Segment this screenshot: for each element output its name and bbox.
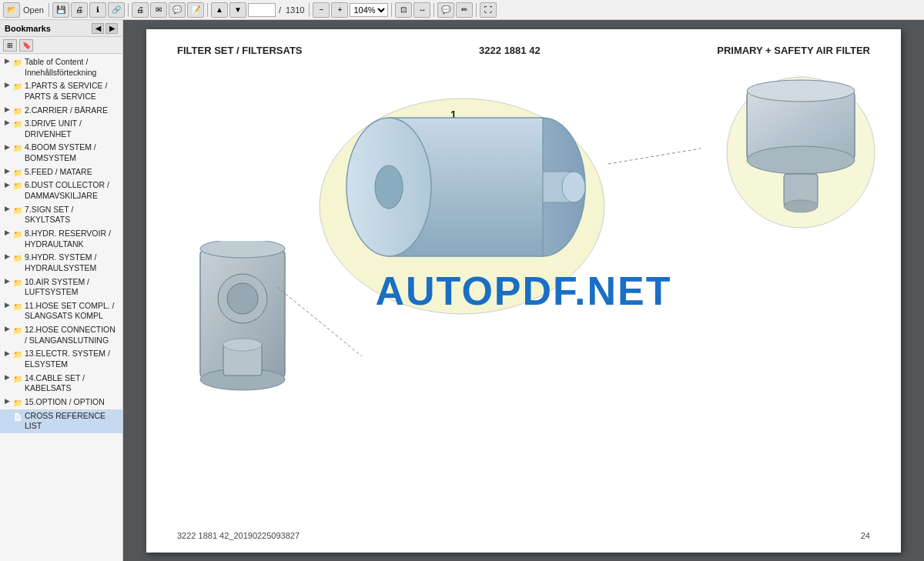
sidebar-item-label-8: 8.HYDR. RESERVOIR / HYDRAULTANK — [25, 229, 119, 249]
tree-icon-5: 📁 — [13, 168, 22, 177]
sidebar-header: Bookmarks ◀ ▶ — [0, 20, 122, 37]
tree-icon-11: 📁 — [13, 302, 22, 311]
sidebar-item-label-14: 14.CABLE SET / KABELSATS — [25, 373, 119, 394]
tree-expander-toc[interactable]: ▶ — [3, 58, 11, 65]
fullscreen-button[interactable]: ⛶ — [480, 2, 497, 18]
svg-point-6 — [562, 172, 585, 202]
svg-point-19 — [784, 200, 818, 212]
zoom-out-button[interactable]: − — [313, 2, 330, 18]
page-number-input[interactable]: 24 — [248, 3, 276, 17]
page-title-center: 3222 1881 42 — [479, 45, 541, 56]
tree-expander-13[interactable]: ▶ — [3, 349, 11, 357]
sidebar-item-5[interactable]: ▶📁5.FEED / MATARE — [0, 165, 122, 179]
sidebar-content: ▶📁Table of Content / Innehållsförtecknin… — [0, 54, 122, 561]
sidebar-item-11[interactable]: ▶📁11.HOSE SET COMPL. / SLANGSATS KOMPL — [0, 299, 122, 323]
sidebar-item-13[interactable]: ▶📁13.ELECTR. SYSTEM / ELSYSTEM — [0, 347, 122, 371]
tree-expander-2[interactable]: ▶ — [3, 106, 11, 114]
sidebar-item-15[interactable]: ▶📁15.OPTION / OPTION — [0, 396, 122, 409]
tree-expander-11[interactable]: ▶ — [3, 302, 11, 309]
sidebar-item-label-1: 1.PARTS & SERVICE / PARTS & SERVICE — [25, 81, 119, 102]
tree-expander-4[interactable]: ▶ — [3, 143, 11, 151]
tree-icon-7: 📁 — [13, 205, 22, 215]
bookmark-options-button[interactable]: 🔖 — [19, 39, 33, 52]
expand-sidebar-button[interactable]: ▶ — [105, 23, 118, 34]
save-button[interactable]: 💾 — [52, 2, 69, 18]
tree-expander-12[interactable]: ▶ — [3, 326, 11, 333]
secondary-filter-svg — [169, 241, 323, 410]
markup-button[interactable]: ✏ — [456, 2, 473, 18]
mail-button[interactable]: ✉ — [150, 2, 167, 18]
highlight-button[interactable]: 💬 — [169, 2, 186, 18]
zoom-select[interactable]: 50%75%100%104%125%150% — [350, 3, 388, 17]
tree-icon-6: 📁 — [13, 181, 22, 190]
tree-expander-7[interactable]: ▶ — [3, 205, 11, 213]
main-area: Bookmarks ◀ ▶ ⊞ 🔖 ▶📁Table of Content / I… — [0, 20, 924, 561]
next-page-button[interactable]: ▼ — [229, 2, 246, 18]
tree-expander-9[interactable]: ▶ — [3, 253, 11, 261]
tree-expander-crl[interactable] — [3, 412, 11, 419]
pdf-page: FILTER SET / FILTERSATS 3222 1881 42 PRI… — [146, 29, 901, 553]
tree-icon-3: 📁 — [13, 119, 22, 129]
svg-point-16 — [747, 80, 855, 102]
sidebar-item-label-2: 2.CARRIER / BÄRARE — [25, 105, 119, 116]
sidebar-item-label-crl: CROSS REFERENCE LIST — [25, 411, 119, 432]
share-button[interactable]: 🔗 — [108, 2, 125, 18]
tree-expander-8[interactable]: ▶ — [3, 229, 11, 237]
svg-point-13 — [223, 339, 262, 351]
separator-5 — [391, 3, 392, 17]
tree-icon-1: 📁 — [13, 82, 22, 91]
tree-expander-3[interactable]: ▶ — [3, 119, 11, 127]
separator-6 — [434, 3, 434, 17]
safety-filter-svg — [724, 75, 878, 237]
footer-page-number: 24 — [861, 531, 870, 540]
sidebar-item-12[interactable]: ▶📁12.HOSE CONNECTION / SLANGANSLUTNING — [0, 323, 122, 347]
primary-filter-svg — [327, 110, 597, 295]
bookmarks-label: Bookmarks — [5, 24, 51, 33]
separator-3 — [207, 3, 208, 17]
main-oval-highlight: 1 — [316, 95, 608, 318]
sidebar-item-9[interactable]: ▶📁9.HYDR. SYSTEM / HYDRAULSYSTEM — [0, 251, 122, 275]
tree-expander-5[interactable]: ▶ — [3, 168, 11, 175]
sidebar-item-8[interactable]: ▶📁8.HYDR. RESERVOIR / HYDRAULTANK — [0, 227, 122, 251]
fit-page-button[interactable]: ⊡ — [395, 2, 412, 18]
sidebar-item-10[interactable]: ▶📁10.AIR SYSTEM / LUFTSYSTEM — [0, 275, 122, 299]
tree-expander-1[interactable]: ▶ — [3, 82, 11, 89]
sidebar-item-7[interactable]: ▶📁7.SIGN SET / SKYLTSATS — [0, 203, 122, 227]
diagram-area: 1 — [162, 72, 886, 514]
sidebar-item-label-5: 5.FEED / MATARE — [25, 167, 119, 178]
tree-expander-14[interactable]: ▶ — [3, 374, 11, 382]
sidebar-item-crl[interactable]: 📄CROSS REFERENCE LIST — [0, 409, 122, 433]
collapse-sidebar-button[interactable]: ◀ — [92, 23, 104, 34]
expand-all-button[interactable]: ⊞ — [3, 39, 17, 52]
comment-button[interactable]: 💬 — [437, 2, 454, 18]
tree-expander-10[interactable]: ▶ — [3, 278, 11, 286]
tree-expander-6[interactable]: ▶ — [3, 181, 11, 189]
prev-page-button[interactable]: ▲ — [211, 2, 228, 18]
info-button[interactable]: ℹ — [89, 2, 106, 18]
sidebar-item-3[interactable]: ▶📁3.DRIVE UNIT / DRIVENHET — [0, 117, 122, 141]
open-button[interactable]: 📂 — [3, 2, 20, 18]
sidebar-item-1[interactable]: ▶📁1.PARTS & SERVICE / PARTS & SERVICE — [0, 79, 122, 103]
sidebar-item-4[interactable]: ▶📁4.BOOM SYSTEM / BOMSYSTEM — [0, 141, 122, 165]
content-area: FILTER SET / FILTERSATS 3222 1881 42 PRI… — [123, 20, 924, 561]
svg-point-17 — [747, 146, 855, 174]
tree-icon-15: 📁 — [13, 398, 22, 407]
tree-icon-2: 📁 — [13, 106, 22, 115]
fit-width-button[interactable]: ↔ — [413, 2, 430, 18]
note-button[interactable]: 📝 — [187, 2, 204, 18]
sidebar-item-label-9: 9.HYDR. SYSTEM / HYDRAULSYSTEM — [25, 252, 119, 273]
sidebar-item-label-4: 4.BOOM SYSTEM / BOMSYSTEM — [25, 142, 119, 163]
separator-7 — [476, 3, 477, 17]
footer-doc-id: 3222 1881 42_20190225093827 — [177, 531, 300, 540]
sidebar-item-6[interactable]: ▶📁6.DUST COLLECTOR / DAMMAVSKILJARE — [0, 179, 122, 202]
tree-icon-12: 📁 — [13, 326, 22, 335]
sidebar-item-2[interactable]: ▶📁2.CARRIER / BÄRARE — [0, 104, 122, 118]
tree-expander-15[interactable]: ▶ — [3, 398, 11, 406]
tree-icon-10: 📁 — [13, 278, 22, 287]
sidebar-item-toc[interactable]: ▶📁Table of Content / Innehållsförtecknin… — [0, 55, 122, 79]
zoom-in-button[interactable]: + — [331, 2, 348, 18]
print2-button[interactable]: 🖨 — [132, 2, 149, 18]
sidebar-item-14[interactable]: ▶📁14.CABLE SET / KABELSATS — [0, 372, 122, 396]
print-button[interactable]: 🖨 — [71, 2, 88, 18]
sidebar-item-label-6: 6.DUST COLLECTOR / DAMMAVSKILJARE — [25, 180, 119, 201]
